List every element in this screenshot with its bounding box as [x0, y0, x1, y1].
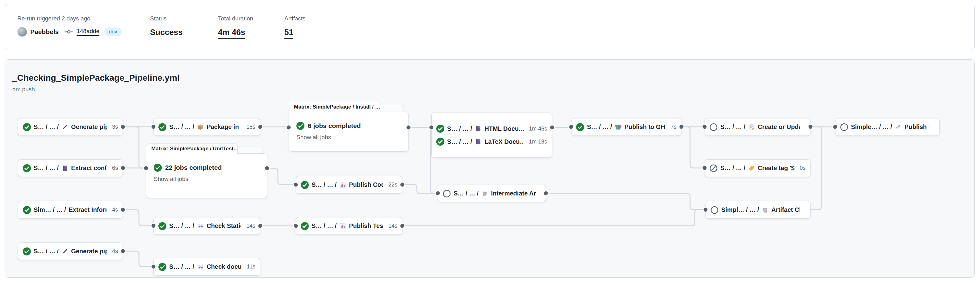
matrix-unittest-tab[interactable]: Matrix: SimplePackage / UnitTest…	[146, 144, 238, 154]
job-prefix: S… / … /	[720, 165, 745, 172]
success-status-icon	[158, 263, 166, 271]
job-publish-test-results[interactable]: S… / … / Publish Test Re… 14s	[296, 217, 402, 235]
bar-chart-icon	[339, 182, 346, 189]
books-icon	[615, 124, 622, 131]
job-name: HTML Docu…	[484, 125, 523, 133]
matrix-install-group: Matrix: SimplePackage / Install / … 6 jo…	[289, 102, 409, 152]
job-duration: 7s	[668, 124, 676, 130]
matrix-install-body[interactable]: 6 jobs completed Show all jobs	[289, 112, 409, 152]
job-html-documentation[interactable]: S… / … / HTML Docu… 1m 46s	[436, 125, 547, 133]
job-duration: 4s	[110, 206, 118, 213]
success-status-icon	[301, 181, 309, 189]
job-publish-to-gh-pages[interactable]: S… / … / Publish to GH-P… 7s	[571, 118, 681, 136]
job-prefix: S… / … /	[33, 248, 59, 255]
job-generate-pipeline-b[interactable]: S… / … / Generate pipelin… 4s	[18, 243, 123, 260]
job-publish-to-pypi[interactable]: Simple… / … / Publish to PyPI	[835, 118, 940, 136]
artifacts-count[interactable]: 51	[284, 27, 293, 39]
eyes-icon	[197, 223, 204, 230]
rerun-label: Re-run triggered 2 days ago	[17, 15, 122, 22]
success-status-icon	[154, 164, 162, 172]
wastebasket-icon	[481, 190, 488, 197]
job-extract-information[interactable]: Sim… / … / Extract Information 4s	[18, 201, 123, 219]
job-name: Generate pipelin…	[71, 248, 107, 255]
skipped-status-icon	[710, 164, 718, 172]
eyes-icon	[197, 264, 204, 270]
notebook-icon	[62, 165, 68, 172]
duration-value[interactable]: 4m 46s	[218, 27, 245, 39]
job-duration: 14s	[386, 223, 398, 229]
job-package-in-source[interactable]: S… / … / Package in Sou… 18s	[153, 118, 260, 136]
job-prefix: S… / … /	[169, 222, 194, 230]
documentation-jobs-group[interactable]: S… / … / HTML Docu… 1m 46s S… / … / LaTe…	[431, 113, 552, 158]
job-prefix: S… / … /	[720, 123, 745, 131]
git-commit-icon	[64, 29, 73, 35]
job-prefix: S… / … /	[169, 263, 194, 270]
wastebasket-icon	[762, 206, 768, 213]
duration-column: Total duration 4m 46s	[218, 15, 253, 39]
notebook-icon	[475, 125, 482, 132]
job-name: Publish to PyPI	[904, 123, 929, 131]
job-create-or-update-release[interactable]: S… / … / Create or Update R…	[705, 118, 810, 136]
neutral-status-icon	[710, 123, 718, 131]
commit-sha-link[interactable]: 148adde	[76, 28, 99, 36]
branch-badge[interactable]: dev	[104, 27, 121, 36]
job-prefix: S… / … /	[312, 222, 337, 230]
job-prefix: S… / … /	[33, 165, 59, 172]
workflow-title: _Checking_SimplePackage_Pipeline.yml	[12, 73, 180, 83]
job-prefix: S… / … /	[587, 123, 612, 131]
avatar[interactable]	[17, 27, 27, 37]
show-all-jobs-link[interactable]: Show all jobs	[154, 176, 188, 182]
job-prefix: Sim… / … /	[33, 206, 66, 213]
job-prefix: S… / … /	[447, 125, 472, 133]
actor-name[interactable]: Paebbels	[30, 28, 59, 35]
matrix-summary-text: 6 jobs completed	[308, 122, 361, 130]
notebook-icon	[475, 138, 482, 145]
trigger-column: Re-run triggered 2 days ago Paebbels 148…	[17, 15, 122, 37]
artifacts-column: Artifacts 51	[284, 15, 305, 39]
job-intermediate-artifacts[interactable]: S… / … / Intermediate Artifa…	[438, 185, 546, 202]
job-name: Create or Update R…	[758, 123, 800, 131]
job-check-documentation[interactable]: S… / … / Check docume… 11s	[153, 258, 260, 276]
matrix-unittest-body[interactable]: 22 jobs completed Show all jobs	[146, 153, 267, 198]
neutral-status-icon	[710, 206, 719, 214]
job-publish-code-coverage[interactable]: S… / … / Publish Code C… 22s	[296, 176, 402, 193]
workflow-run-page: { "header": { "rerun_label": "Re-run tri…	[0, 0, 980, 283]
status-label: Status	[150, 15, 183, 22]
success-status-icon	[158, 123, 166, 131]
success-status-icon	[301, 222, 309, 230]
matrix-tab-label: Matrix: SimplePackage / UnitTest…	[151, 145, 238, 152]
pencil-icon	[62, 124, 68, 131]
job-generate-pipeline-a[interactable]: S… / … / Generate pipelin… 3s	[18, 118, 123, 136]
matrix-tab-label: Matrix: SimplePackage / Install / …	[294, 104, 380, 110]
job-name: Intermediate Artifa…	[491, 190, 536, 197]
package-icon	[197, 124, 204, 131]
job-extract-configurations[interactable]: S… / … / Extract configur… 6s	[18, 159, 123, 177]
job-name: Publish Test Re…	[349, 222, 383, 230]
matrix-unittest-group: Matrix: SimplePackage / UnitTest… 22 job…	[146, 144, 267, 198]
job-duration: 18s	[244, 124, 255, 130]
job-check-static-typing[interactable]: S… / … / Check Static Ty… 14s	[153, 217, 260, 235]
status-value: Success	[150, 27, 183, 37]
success-status-icon	[23, 248, 31, 256]
job-duration: 3s	[110, 124, 118, 130]
rocket-icon	[895, 124, 902, 131]
status-column: Status Success	[150, 15, 183, 37]
job-prefix: S… / … /	[33, 123, 59, 131]
job-latex-documentation[interactable]: S… / … / LaTeX Docu… 1m 18s	[436, 138, 547, 145]
job-name: Artifact Cleanup	[771, 206, 800, 213]
job-artifact-cleanup[interactable]: Simpl… / … / Artifact Cleanup	[705, 201, 810, 219]
job-duration: 1m 46s	[527, 126, 547, 132]
duration-label: Total duration	[218, 15, 253, 22]
success-status-icon	[436, 125, 444, 133]
job-create-tag[interactable]: S… / … / Create tag '${{ in… 0s	[705, 159, 810, 177]
show-all-jobs-link[interactable]: Show all jobs	[296, 134, 331, 141]
job-name: Extract configur…	[71, 165, 107, 172]
bar-chart-icon	[339, 223, 346, 230]
job-prefix: S… / … /	[312, 181, 337, 189]
job-name: Extract Information	[68, 206, 107, 213]
job-duration: 11s	[244, 264, 255, 270]
job-duration: 6s	[110, 165, 118, 171]
matrix-install-tab[interactable]: Matrix: SimplePackage / Install / …	[289, 102, 380, 112]
job-duration: 14s	[244, 223, 255, 229]
neutral-status-icon	[840, 123, 848, 131]
